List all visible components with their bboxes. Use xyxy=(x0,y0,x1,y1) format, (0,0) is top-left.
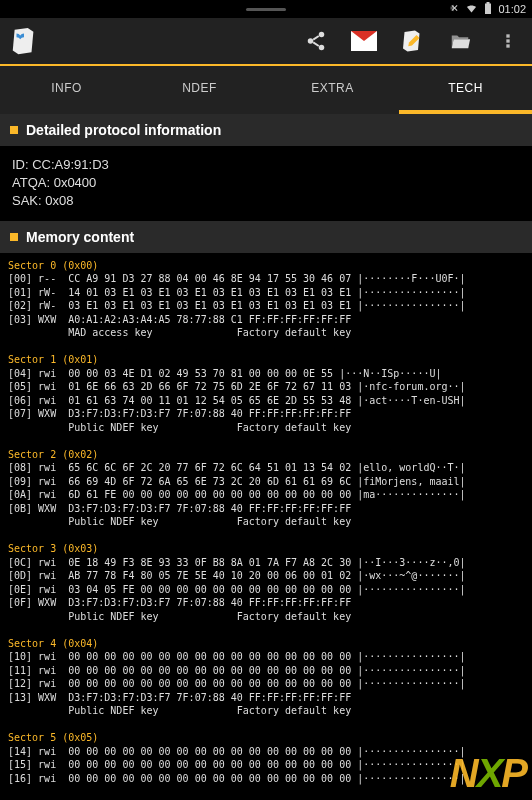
tab-extra[interactable]: EXTRA xyxy=(266,66,399,114)
tab-info[interactable]: INFO xyxy=(0,66,133,114)
status-bar: 01:02 xyxy=(0,0,532,18)
sector-title: Sector 5 (0x05) xyxy=(8,732,98,743)
open-folder-button[interactable] xyxy=(436,17,484,65)
gmail-icon xyxy=(351,31,377,51)
wifi-icon xyxy=(465,2,478,16)
gmail-button[interactable] xyxy=(340,17,388,65)
sector-title: Sector 3 (0x03) xyxy=(8,543,98,554)
action-bar xyxy=(0,18,532,66)
section-memory-header: Memory content xyxy=(0,221,532,253)
mute-icon xyxy=(447,2,459,16)
section-protocol-header: Detailed protocol information xyxy=(0,114,532,146)
sector-title: Sector 4 (0x04) xyxy=(8,638,98,649)
bullet-icon xyxy=(10,126,18,134)
section-memory-title: Memory content xyxy=(26,229,134,245)
section-protocol-title: Detailed protocol information xyxy=(26,122,221,138)
tab-bar: INFO NDEF EXTRA TECH xyxy=(0,66,532,114)
protocol-info: ID: CC:A9:91:D3 ATQA: 0x0400 SAK: 0x08 xyxy=(0,146,532,221)
sector-title: Sector 1 (0x01) xyxy=(8,354,98,365)
clock: 01:02 xyxy=(498,3,526,15)
svg-point-0 xyxy=(319,32,325,37)
svg-rect-5 xyxy=(506,44,509,47)
protocol-id: ID: CC:A9:91:D3 xyxy=(12,156,520,174)
memory-dump: Sector 0 (0x00) [00] r-- CC A9 91 D3 27 … xyxy=(0,253,532,792)
protocol-atqa: ATQA: 0x0400 xyxy=(12,174,520,192)
battery-icon xyxy=(484,2,492,16)
svg-point-1 xyxy=(308,38,314,44)
sector-title: Sector 2 (0x02) xyxy=(8,449,98,460)
tab-ndef[interactable]: NDEF xyxy=(133,66,266,114)
tab-tech[interactable]: TECH xyxy=(399,66,532,114)
sector-title: Sector 0 (0x00) xyxy=(8,260,98,271)
svg-rect-3 xyxy=(506,34,509,37)
protocol-sak: SAK: 0x08 xyxy=(12,192,520,210)
app-icon[interactable] xyxy=(0,17,48,65)
status-handle xyxy=(246,8,286,11)
share-button[interactable] xyxy=(292,17,340,65)
overflow-button[interactable] xyxy=(484,17,532,65)
svg-rect-4 xyxy=(506,39,509,42)
svg-point-2 xyxy=(319,45,325,50)
edit-tag-button[interactable] xyxy=(388,17,436,65)
bullet-icon xyxy=(10,233,18,241)
